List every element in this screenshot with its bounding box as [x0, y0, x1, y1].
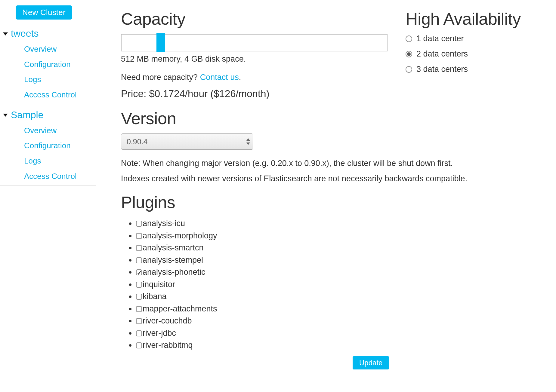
update-button[interactable]: Update	[353, 356, 389, 369]
capacity-heading: Capacity	[121, 9, 388, 29]
sidebar-link-configuration[interactable]: Configuration	[24, 57, 96, 72]
plugin-label: river-couchdb	[143, 316, 192, 325]
plugin-checkbox[interactable]	[136, 233, 142, 239]
capacity-note-prefix: Need more capacity?	[121, 73, 200, 82]
sidebar-link-access-control[interactable]: Access Control	[24, 169, 96, 184]
plugin-label: analysis-stempel	[143, 256, 203, 265]
capacity-summary: 512 MB memory, 4 GB disk space.	[121, 54, 388, 64]
plugin-checkbox[interactable]	[136, 245, 142, 251]
ha-radio-option[interactable]: 3 data centers	[406, 65, 553, 74]
plugin-checkbox[interactable]	[136, 294, 142, 300]
sidebar-link-access-control[interactable]: Access Control	[24, 87, 96, 103]
cluster-item-tweets: tweets Overview Configuration Logs Acces…	[0, 27, 96, 103]
cluster-title: tweets	[11, 28, 39, 39]
plugin-item: kibana	[136, 290, 553, 303]
capacity-slider-handle[interactable]	[156, 33, 165, 52]
plugin-label: inquisitor	[143, 280, 175, 289]
plugin-item: river-rabbitmq	[136, 339, 553, 351]
chevron-down-icon	[3, 114, 8, 117]
plugins-heading: Plugins	[121, 192, 553, 212]
ha-radio-option[interactable]: 1 data center	[406, 34, 553, 43]
ha-radio-group: 1 data center2 data centers3 data center…	[406, 34, 553, 74]
cluster-title: Sample	[11, 109, 44, 121]
plugin-item: river-couchdb	[136, 315, 553, 327]
plugin-label: analysis-morphology	[143, 231, 217, 240]
cluster-header-sample[interactable]: Sample	[0, 108, 96, 122]
plugin-checkbox[interactable]	[136, 257, 142, 263]
plugin-item: analysis-phonetic	[136, 266, 553, 278]
chevron-up-icon	[246, 138, 250, 141]
capacity-slider[interactable]	[121, 34, 388, 51]
cluster-header-tweets[interactable]: tweets	[0, 27, 96, 40]
contact-us-link[interactable]: Contact us	[200, 73, 239, 82]
version-note-2: Indexes created with newer versions of E…	[121, 174, 536, 183]
version-select[interactable]: 0.90.4	[121, 133, 253, 150]
plugin-item: analysis-icu	[136, 217, 553, 230]
plugin-label: kibana	[143, 292, 167, 301]
capacity-note: Need more capacity? Contact us.	[121, 73, 388, 82]
plugin-label: analysis-phonetic	[143, 268, 205, 277]
sidebar-link-overview[interactable]: Overview	[24, 123, 96, 138]
main-content: Capacity 512 MB memory, 4 GB disk space.…	[96, 0, 556, 392]
sidebar: New Cluster tweets Overview Configuratio…	[0, 0, 96, 392]
plugin-label: river-jdbc	[143, 329, 176, 338]
radio-icon	[406, 66, 412, 73]
plugin-checkbox[interactable]	[136, 306, 142, 312]
plugin-checkbox[interactable]	[136, 342, 142, 348]
plugin-checkbox[interactable]	[136, 318, 142, 324]
plugin-checkbox[interactable]	[136, 269, 142, 275]
ha-radio-option[interactable]: 2 data centers	[406, 49, 553, 59]
plugin-item: analysis-stempel	[136, 254, 553, 266]
plugin-item: river-jdbc	[136, 327, 553, 339]
divider	[0, 185, 96, 185]
version-selected-value: 0.90.4	[121, 134, 243, 149]
sidebar-link-overview[interactable]: Overview	[24, 41, 96, 57]
plugin-label: river-rabbitmq	[143, 341, 193, 350]
plugin-checkbox[interactable]	[136, 282, 142, 288]
version-heading: Version	[121, 109, 553, 128]
sidebar-link-logs[interactable]: Logs	[24, 153, 96, 169]
chevron-down-icon	[246, 142, 250, 145]
ha-radio-label: 2 data centers	[416, 49, 468, 59]
plugin-item: analysis-morphology	[136, 230, 553, 242]
plugin-label: mapper-attachments	[143, 304, 217, 313]
plugin-label: analysis-smartcn	[143, 243, 204, 252]
new-cluster-button[interactable]: New Cluster	[16, 5, 72, 20]
capacity-note-suffix: .	[239, 73, 241, 82]
divider	[0, 104, 96, 104]
sidebar-link-configuration[interactable]: Configuration	[24, 138, 96, 153]
ha-radio-label: 1 data center	[416, 34, 464, 43]
version-note-1: Note: When changing major version (e.g. …	[121, 159, 536, 168]
radio-icon	[406, 51, 412, 57]
plugin-item: analysis-smartcn	[136, 242, 553, 254]
plugins-list: analysis-icuanalysis-morphologyanalysis-…	[121, 217, 553, 351]
plugin-label: analysis-icu	[143, 219, 185, 228]
sidebar-link-logs[interactable]: Logs	[24, 72, 96, 87]
price-line: Price: $0.1724/hour ($126/month)	[121, 88, 388, 100]
radio-icon	[406, 35, 412, 42]
ha-radio-label: 3 data centers	[416, 65, 468, 74]
plugin-item: inquisitor	[136, 278, 553, 291]
chevron-down-icon	[3, 32, 8, 35]
select-stepper-icon	[243, 134, 253, 149]
cluster-item-sample: Sample Overview Configuration Logs Acces…	[0, 108, 96, 185]
plugin-item: mapper-attachments	[136, 303, 553, 315]
plugin-checkbox[interactable]	[136, 221, 142, 227]
plugin-checkbox[interactable]	[136, 330, 142, 336]
ha-heading: High Availability	[406, 9, 553, 29]
